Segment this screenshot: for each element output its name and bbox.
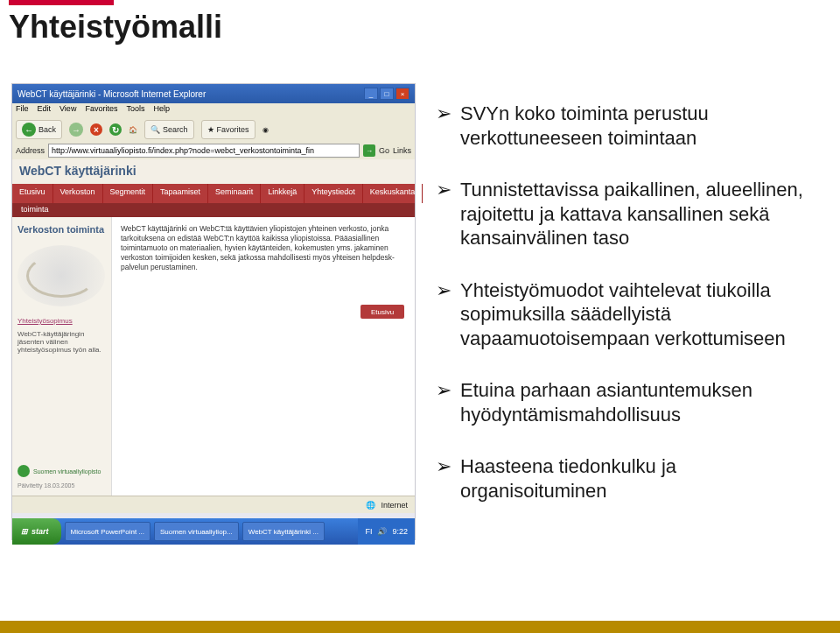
bullet-marker-icon: ➢ (436, 378, 452, 426)
side-link-desc: WebCT-käyttäjäringin jäsenten välinen yh… (18, 330, 106, 354)
bullet-list: ➢ SVYn koko toiminta perustuu verkottune… (436, 102, 816, 531)
favorites-button[interactable]: ★ Favorites (201, 120, 256, 139)
bullet-text: Tunnistettavissa paikallinen, alueelline… (460, 178, 816, 250)
webct-tabs: Etusivu Verkoston Segmentit Tapaamiset S… (12, 184, 415, 203)
page-title: Yhteistyömalli (9, 9, 222, 46)
back-icon: ← (22, 123, 36, 137)
address-label: Address (16, 146, 45, 155)
ie-menubar: File Edit View Favorites Tools Help (12, 103, 415, 117)
updated-text: Päivitetty 18.03.2005 (18, 482, 106, 489)
window-controls: _ □ × (364, 88, 410, 100)
start-button[interactable]: ⊞ start (12, 518, 61, 545)
footer-logo-text: Suomen virtuaaliyliopisto (33, 468, 101, 475)
address-bar: Address → Go Links (12, 142, 415, 159)
list-item: ➢ Tunnistettavissa paikallinen, alueelli… (436, 178, 816, 250)
back-label: Back (38, 125, 56, 134)
tab-verkoston[interactable]: Verkoston (53, 184, 103, 203)
search-icon: 🔍 (150, 125, 160, 134)
task-svy[interactable]: Suomen virtuaaliyliop... (154, 522, 239, 541)
tab-etusivu[interactable]: Etusivu (12, 184, 53, 203)
clock: 9:22 (392, 527, 408, 536)
tab-seminaarit[interactable]: Seminaarit (208, 184, 261, 203)
start-label: start (32, 527, 49, 536)
back-button[interactable]: ← Back (16, 120, 62, 139)
more-button[interactable]: Etusivu (360, 305, 404, 319)
task-webct[interactable]: WebCT käyttäjärinki ... (242, 522, 325, 541)
task-powerpoint[interactable]: Microsoft PowerPoint ... (65, 522, 150, 541)
window-title: WebCT käyttäjärinki - Microsoft Internet… (18, 89, 206, 99)
bullet-text: Yhteistyömuodot vaihtelevat tiukoilla so… (460, 278, 816, 351)
stop-icon[interactable]: × (90, 123, 102, 136)
bullet-text: Haasteena tiedonkulku ja organisoitumine… (460, 454, 816, 503)
forward-icon[interactable]: → (69, 123, 83, 137)
embedded-screenshot: WebCT käyttäjärinki - Microsoft Internet… (12, 84, 415, 539)
tab-yhteystiedot[interactable]: Yhteystiedot (304, 184, 363, 203)
logo-icon (18, 465, 30, 477)
maximize-icon[interactable]: □ (380, 88, 394, 100)
ie-toolbar: ← Back → × ↻ 🏠 🔍 Search ★ Favorites ◉ (12, 117, 415, 142)
go-icon[interactable]: → (363, 144, 375, 157)
side-heading: Verkoston toiminta (18, 224, 106, 235)
links-label[interactable]: Links (393, 146, 411, 155)
menu-edit[interactable]: Edit (38, 104, 52, 116)
search-label: Search (163, 125, 188, 134)
refresh-icon[interactable]: ↻ (109, 123, 122, 136)
media-icon[interactable]: ◉ (262, 126, 269, 134)
bullet-marker-icon: ➢ (436, 102, 452, 150)
menu-help[interactable]: Help (153, 104, 170, 116)
windows-taskbar: ⊞ start Microsoft PowerPoint ... Suomen … (12, 518, 415, 545)
tab-tapaamiset[interactable]: Tapaamiset (153, 184, 208, 203)
accent-strip (9, 0, 114, 5)
bullet-marker-icon: ➢ (436, 454, 452, 503)
list-item: ➢ Yhteistyömuodot vaihtelevat tiukoilla … (436, 278, 816, 351)
decorative-swirl-icon (18, 245, 105, 306)
webct-body: Verkoston toiminta Yhteistyösopimus WebC… (12, 217, 415, 496)
system-tray: FI 🔊 9:22 (358, 518, 415, 545)
address-input[interactable] (48, 144, 360, 158)
tab-linkkeja[interactable]: Linkkejä (261, 184, 304, 203)
menu-file[interactable]: File (16, 104, 29, 116)
menu-view[interactable]: View (60, 104, 76, 116)
close-icon[interactable]: × (396, 88, 410, 100)
list-item: ➢ SVYn koko toiminta perustuu verkottune… (436, 102, 816, 150)
menu-tools[interactable]: Tools (126, 104, 144, 116)
status-text: Internet (381, 501, 408, 510)
windows-icon: ⊞ (21, 527, 28, 536)
tray-icon[interactable]: 🔊 (377, 527, 387, 536)
side-link-sopimus[interactable]: Yhteistyösopimus (18, 317, 106, 325)
bullet-text: SVYn koko toiminta perustuu verkottunees… (460, 102, 816, 150)
search-button[interactable]: 🔍 Search (144, 120, 194, 139)
home-icon[interactable]: 🏠 (129, 126, 137, 134)
tab-keskuskanta[interactable]: Keskuskanta (363, 184, 424, 203)
webct-subtab[interactable]: toiminta (12, 203, 415, 217)
bullet-marker-icon: ➢ (436, 178, 452, 250)
star-icon: ★ (207, 125, 214, 134)
list-item: ➢ Etuina parhaan asiantuntemuksen hyödyn… (436, 378, 816, 426)
bullet-text: Etuina parhaan asiantuntemuksen hyödyntä… (460, 378, 816, 426)
tab-segmentit[interactable]: Segmentit (103, 184, 154, 203)
bullet-marker-icon: ➢ (436, 278, 452, 351)
webct-sidebar: Verkoston toiminta Yhteistyösopimus WebC… (12, 217, 112, 496)
lang-indicator[interactable]: FI (365, 527, 372, 536)
webct-main: WebCT käyttäjärinki on WebCT:tä käyttävi… (112, 217, 415, 496)
menu-favorites[interactable]: Favorites (85, 104, 117, 116)
webct-header: WebCT käyttäjärinki (12, 159, 415, 184)
ie-status-bar: 🌐 Internet (12, 496, 415, 513)
go-label: Go (379, 146, 389, 155)
ie-titlebar: WebCT käyttäjärinki - Microsoft Internet… (12, 84, 415, 103)
favorites-label: Favorites (217, 125, 249, 134)
list-item: ➢ Haasteena tiedonkulku ja organisoitumi… (436, 454, 816, 503)
webct-body-text: WebCT käyttäjärinki on WebCT:tä käyttävi… (121, 224, 406, 272)
globe-icon: 🌐 (366, 501, 375, 510)
minimize-icon[interactable]: _ (364, 88, 378, 100)
